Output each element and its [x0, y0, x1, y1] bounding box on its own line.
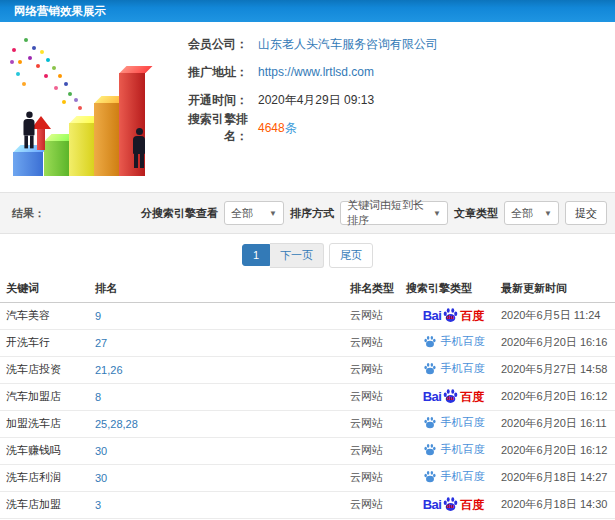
sort-label: 排序方式	[290, 206, 334, 221]
page-title: 网络营销效果展示	[14, 5, 106, 17]
update-time-cell: 2020年6月20日 16:12	[501, 437, 615, 464]
promo-url-link[interactable]: https://www.lrtlsd.com	[258, 65, 374, 79]
sort-select[interactable]: 关键词由短到长排序 ▼	[340, 201, 448, 225]
member-company-row: 会员公司： 山东老人头汽车服务咨询有限公司	[168, 30, 438, 58]
col-header-rank: 排名	[95, 276, 350, 302]
col-header-rank-type: 排名类型	[350, 276, 406, 302]
engine-filter-select[interactable]: 全部 ▼	[224, 201, 284, 225]
table-row: 洗车店加盟3云网站Baidu百度2020年6月18日 14:30	[0, 491, 615, 518]
article-type-select[interactable]: 全部 ▼	[504, 201, 559, 225]
update-time-cell: 2020年6月18日 14:30	[501, 491, 615, 518]
engine-cell: 手机百度	[406, 329, 501, 356]
update-time-cell: 2020年5月27日 14:58	[501, 356, 615, 383]
table-row: 洗车店利润30云网站手机百度2020年6月18日 14:27	[0, 464, 615, 491]
baidu-paw-icon	[423, 416, 437, 430]
open-time-row: 开通时间： 2020年4月29日 09:13	[168, 86, 438, 114]
update-time-cell: 2020年6月20日 16:11	[501, 410, 615, 437]
bar-orange	[94, 103, 119, 176]
table-row: 汽车加盟店8云网站Baidu百度2020年6月20日 16:12	[0, 383, 615, 410]
rank-link[interactable]: 30	[95, 472, 107, 484]
baidu-logo: Baidu百度	[423, 388, 485, 405]
member-company-label: 会员公司：	[168, 36, 248, 53]
rank-link[interactable]: 8	[95, 391, 101, 403]
rank-link[interactable]: 3	[95, 499, 101, 511]
rank-cell: 9	[95, 302, 350, 329]
confetti-decoration	[2, 30, 6, 34]
bar-yellow	[69, 123, 94, 176]
rank-link[interactable]: 27	[95, 337, 107, 349]
engine-cell: Baidu百度	[406, 383, 501, 410]
engine-cell: 手机百度	[406, 410, 501, 437]
keyword-cell: 洗车店投资	[0, 356, 95, 383]
page: 网络营销效果展示 会员公司： 山东老人头汽车服务咨询有限公司 推广地址：	[0, 0, 615, 520]
rank-link[interactable]: 30	[95, 445, 107, 457]
rank-type-cell: 云网站	[350, 410, 406, 437]
engine-filter-label: 分搜索引擎查看	[141, 206, 218, 221]
table-row: 洗车店投资21,26云网站手机百度2020年5月27日 14:58	[0, 356, 615, 383]
baidu-logo: Baidu百度	[423, 496, 485, 513]
rank-type-cell: 云网站	[350, 464, 406, 491]
bar-blue	[13, 152, 43, 176]
page-header: 网络营销效果展示	[0, 0, 615, 22]
rank-type-cell: 云网站	[350, 437, 406, 464]
rank-type-cell: 云网站	[350, 329, 406, 356]
keyword-cell: 加盟洗车店	[0, 410, 95, 437]
update-time-cell: 2020年6月18日 14:27	[501, 464, 615, 491]
member-company-link[interactable]: 山东老人头汽车服务咨询有限公司	[258, 37, 438, 51]
col-header-update-time: 最新更新时间	[501, 276, 615, 302]
engine-rank-row: 搜索引擎排名： 4648条	[168, 114, 438, 142]
rank-link[interactable]: 25,28,28	[95, 418, 138, 430]
submit-button[interactable]: 提交	[565, 201, 607, 225]
article-type-label: 文章类型	[454, 206, 498, 221]
mobile-baidu-logo: 手机百度	[423, 361, 485, 376]
engine-rank-count: 4648	[258, 121, 285, 135]
keyword-cell: 洗车店利润	[0, 464, 95, 491]
caret-down-icon: ▼	[269, 209, 277, 218]
pagination: 1 下一页 尾页	[0, 234, 615, 276]
rank-cell: 21,26	[95, 356, 350, 383]
update-time-cell: 2020年6月20日 16:16	[501, 329, 615, 356]
col-header-engine-type: 搜索引擎类型	[406, 276, 501, 302]
engine-cell: Baidu百度	[406, 302, 501, 329]
rank-cell: 8	[95, 383, 350, 410]
keyword-cell: 汽车加盟店	[0, 383, 95, 410]
mobile-baidu-logo: 手机百度	[423, 415, 485, 430]
engine-rank-unit: 条	[285, 121, 297, 135]
engine-filter-value: 全部	[231, 206, 253, 221]
growth-chart-illustration	[2, 30, 160, 188]
caret-down-icon: ▼	[544, 209, 552, 218]
engine-cell: 手机百度	[406, 356, 501, 383]
keyword-cell: 开洗车行	[0, 329, 95, 356]
table-header-row: 关键词 排名 排名类型 搜索引擎类型 最新更新时间	[0, 276, 615, 302]
mobile-baidu-logo: 手机百度	[423, 442, 485, 457]
baidu-paw-icon	[423, 470, 437, 484]
rank-link[interactable]: 9	[95, 310, 101, 322]
rank-type-cell: 云网站	[350, 491, 406, 518]
rank-cell: 3	[95, 491, 350, 518]
caret-down-icon: ▼	[433, 209, 441, 218]
page-button-last[interactable]: 尾页	[329, 243, 373, 268]
page-button-current[interactable]: 1	[242, 244, 270, 266]
rank-cell: 27	[95, 329, 350, 356]
filter-controls: 分搜索引擎查看 全部 ▼ 排序方式 关键词由短到长排序 ▼ 文章类型 全部 ▼ …	[141, 201, 607, 225]
page-button-next[interactable]: 下一页	[270, 243, 324, 268]
info-fields: 会员公司： 山东老人头汽车服务咨询有限公司 推广地址： https://www.…	[168, 30, 438, 142]
open-time-value: 2020年4月29日 09:13	[248, 92, 374, 109]
baidu-paw-icon	[423, 443, 437, 457]
engine-rank-label: 搜索引擎排名：	[168, 111, 248, 145]
rank-link[interactable]: 21,26	[95, 364, 123, 376]
baidu-paw-icon	[423, 335, 437, 349]
table-row: 汽车美容9云网站Baidu百度2020年6月5日 11:24	[0, 302, 615, 329]
filter-bar: 结果： 分搜索引擎查看 全部 ▼ 排序方式 关键词由短到长排序 ▼ 文章类型 全…	[0, 192, 615, 234]
mobile-baidu-logo: 手机百度	[423, 334, 485, 349]
promo-url-label: 推广地址：	[168, 64, 248, 81]
baidu-logo: Baidu百度	[423, 307, 485, 324]
rank-cell: 25,28,28	[95, 410, 350, 437]
keyword-cell: 汽车美容	[0, 302, 95, 329]
result-label: 结果：	[12, 206, 45, 221]
rank-cell: 30	[95, 464, 350, 491]
rank-cell: 30	[95, 437, 350, 464]
rank-type-cell: 云网站	[350, 356, 406, 383]
table-body: 汽车美容9云网站Baidu百度2020年6月5日 11:24开洗车行27云网站手…	[0, 302, 615, 518]
rank-type-cell: 云网站	[350, 383, 406, 410]
